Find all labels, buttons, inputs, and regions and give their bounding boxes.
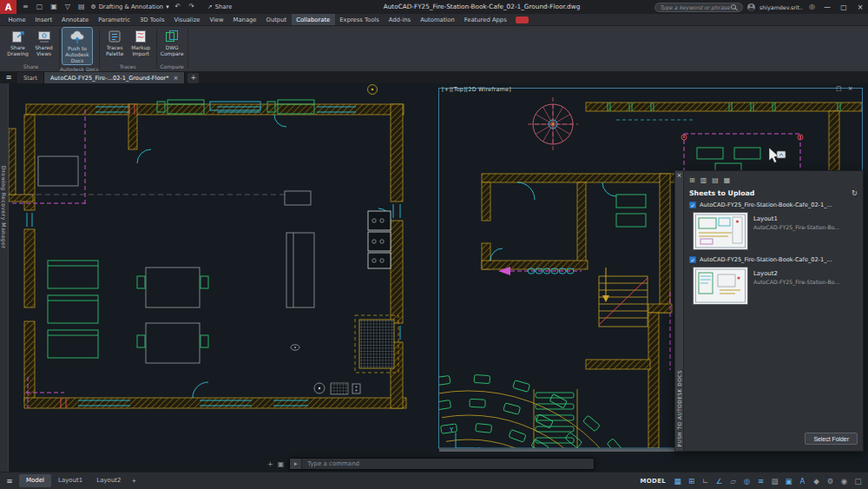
drawing-recovery-manager-bar[interactable]: Drawing Recovery Manager: [0, 83, 9, 472]
panel-title-strip[interactable]: × PUSH TO AUTODESK DOCS: [674, 170, 684, 452]
lineweight-icon[interactable]: ≡: [755, 475, 766, 487]
autocad-logo[interactable]: A: [0, 0, 16, 14]
viewport-close-icon[interactable]: ×: [848, 85, 853, 92]
layout-menu-icon[interactable]: ≡: [0, 477, 19, 486]
tab-model[interactable]: Model: [19, 474, 51, 487]
dwg-compare-button[interactable]: DWG Compare: [160, 28, 185, 58]
tab-layout2[interactable]: Layout2: [89, 474, 128, 487]
annotation-icon[interactable]: A: [797, 475, 808, 487]
layout-card[interactable]: Layout2 AutoCAD-FY25_Fire-Station-Bo...: [693, 267, 858, 305]
close-button[interactable]: ×: [854, 3, 866, 11]
tab-start[interactable]: Start: [17, 72, 44, 83]
traces-palette-button[interactable]: Traces Palette: [102, 28, 128, 58]
user-name[interactable]: shiyamdev.srit..: [760, 4, 803, 10]
open-file-icon[interactable]: ▣: [49, 0, 59, 14]
file-tabs-menu-icon[interactable]: ≡: [0, 71, 17, 83]
select-folder-button[interactable]: Select Folder: [805, 433, 858, 445]
ribbon-group-label-share[interactable]: Share: [3, 62, 59, 71]
object-snap-icon[interactable]: ◎: [741, 475, 753, 487]
markup-import-button[interactable]: Markup Import: [128, 28, 154, 58]
sheet-checkbox[interactable]: ✓: [689, 202, 696, 208]
search-input[interactable]: [660, 4, 731, 10]
layout-card[interactable]: Layout1 AutoCAD-FY25_Fire-Station-Bo...: [693, 212, 858, 250]
push-to-autodesk-docs-panel: × PUSH TO AUTODESK DOCS ⊞ ▥ ▤ ▦ Sheets t…: [674, 170, 864, 452]
tab-featured-apps[interactable]: Featured Apps: [459, 14, 511, 25]
tab-express-tools[interactable]: Express Tools: [335, 14, 384, 25]
tab-home[interactable]: Home: [3, 14, 30, 25]
sheet-file-row[interactable]: ✓ AutoCAD-FY25_Fire-Station-Book-Cafe_02…: [689, 256, 858, 263]
list-view-icon[interactable]: ▥: [700, 176, 707, 184]
viewport-controls-label[interactable]: [+][Top][2D Wireframe]: [442, 86, 511, 93]
command-line[interactable]: ▸: [289, 458, 595, 470]
notification-icon[interactable]: ◎: [807, 0, 817, 14]
tab-layout1[interactable]: Layout1: [51, 474, 89, 487]
add-sheets-icon[interactable]: ⊞: [689, 176, 695, 184]
viewport-restore-icon[interactable]: ▢: [836, 85, 842, 92]
app-menu-icon[interactable]: ≡: [21, 0, 30, 14]
grid-icon[interactable]: ▦: [672, 475, 683, 487]
ribbon-panel-traces: Traces Palette Markup Import Traces: [100, 26, 156, 71]
refresh-icon[interactable]: ↻: [852, 188, 858, 197]
tab-parametric[interactable]: Parametric: [94, 14, 135, 25]
isolate-objects-icon[interactable]: ◉: [838, 475, 850, 487]
tab-close-icon[interactable]: ×: [174, 75, 179, 82]
ortho-icon[interactable]: ∟: [700, 475, 711, 487]
ribbon-group-label-traces[interactable]: Traces: [100, 62, 156, 71]
tab-view[interactable]: View: [205, 14, 228, 25]
command-customize-icon[interactable]: ▸: [290, 459, 302, 469]
polar-tracking-icon[interactable]: ∠: [713, 475, 725, 487]
window-title: AutoCAD-FY25_Fire-Station-Book-Cafe_02-1…: [384, 0, 581, 14]
snap-icon[interactable]: ⊞: [686, 475, 697, 487]
share-drawing-button[interactable]: Share Drawing: [5, 28, 30, 58]
search-box[interactable]: [654, 3, 743, 12]
minimize-button[interactable]: —: [821, 3, 833, 11]
tab-manage[interactable]: Manage: [228, 14, 261, 25]
file-tab-bar: ≡ Start AutoCAD-FY25_Fire-...02-1_Ground…: [0, 71, 868, 83]
selection-cycling-icon[interactable]: ▣: [783, 475, 794, 487]
tab-collaborate[interactable]: Collaborate: [292, 14, 335, 25]
tab-annotate[interactable]: Annotate: [57, 14, 94, 25]
shared-views-button[interactable]: Shared Views: [31, 28, 56, 58]
pickbox-icon[interactable]: ▣: [278, 460, 285, 468]
share-button[interactable]: ↗ Share: [207, 3, 232, 10]
push-to-autodesk-docs-button[interactable]: Push to Autodesk Docs: [62, 28, 92, 64]
ribbon-group-label-compare[interactable]: Compare: [157, 62, 187, 71]
tab-automation[interactable]: Automation: [416, 14, 460, 25]
horizontal-scrollbar[interactable]: [439, 449, 682, 453]
workspace-dropdown[interactable]: ⚙ Drafting & Annotation ▾: [91, 3, 169, 10]
sheet-file-row[interactable]: ✓ AutoCAD-FY25_Fire-Station-Book-Cafe_02…: [689, 202, 858, 208]
annotation-scale-icon[interactable]: ◆: [811, 475, 822, 487]
featured-badge[interactable]: [516, 17, 529, 23]
crosshair-icon[interactable]: +: [267, 460, 273, 468]
model-space-indicator[interactable]: MODEL: [641, 478, 666, 485]
tab-3d-tools[interactable]: 3D Tools: [135, 14, 169, 25]
save-icon[interactable]: ▽: [63, 0, 72, 14]
details-view-icon[interactable]: ▤: [712, 176, 719, 184]
new-file-icon[interactable]: ▢: [35, 0, 45, 14]
ribbon-group-label-autodesk-docs[interactable]: Autodesk Docs: [60, 64, 99, 74]
search-icon[interactable]: [731, 4, 736, 10]
undo-icon[interactable]: ↶: [174, 0, 183, 14]
maximize-button[interactable]: ▢: [838, 3, 850, 11]
redo-icon[interactable]: ↷: [187, 0, 196, 14]
grill-block: [355, 315, 398, 373]
layout2-thumbnail[interactable]: [693, 267, 748, 305]
thumbnails-view-icon[interactable]: ▦: [724, 176, 731, 184]
dwg-compare-label: DWG Compare: [160, 45, 185, 57]
clean-screen-icon[interactable]: □: [852, 475, 864, 487]
tab-add-ins[interactable]: Add-ins: [384, 14, 415, 25]
sheet-checkbox[interactable]: ✓: [689, 256, 696, 263]
tab-visualize[interactable]: Visualize: [169, 14, 205, 25]
transparency-icon[interactable]: ▨: [769, 475, 780, 487]
new-layout-button[interactable]: +: [128, 478, 141, 485]
plot-icon[interactable]: ▤: [76, 0, 87, 14]
new-drawing-tab-button[interactable]: +: [187, 73, 199, 83]
workspace-switch-icon[interactable]: ⚙: [825, 475, 836, 487]
tab-output[interactable]: Output: [261, 14, 292, 25]
panel-close-icon[interactable]: ×: [677, 171, 682, 180]
command-input[interactable]: [302, 460, 594, 467]
layout1-thumbnail[interactable]: [693, 212, 748, 250]
user-avatar[interactable]: [747, 3, 755, 11]
tab-insert[interactable]: Insert: [30, 14, 57, 25]
isodraft-icon[interactable]: ▱: [727, 475, 739, 487]
